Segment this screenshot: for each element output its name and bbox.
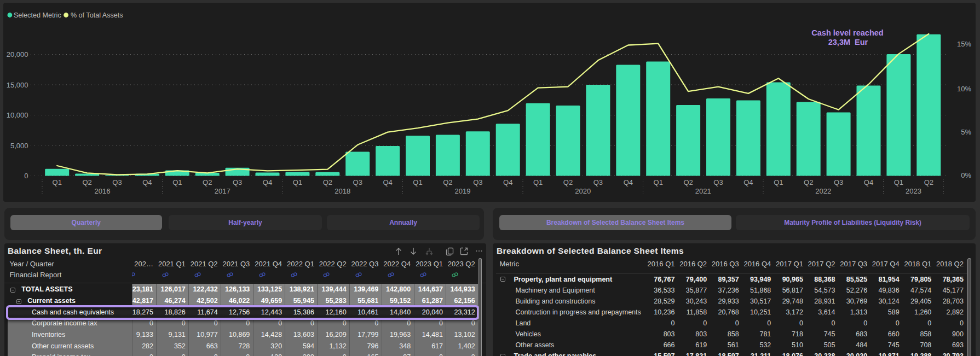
svg-text:20,000: 20,000 <box>7 50 28 59</box>
svg-text:15,000: 15,000 <box>7 81 28 89</box>
svg-text:15%: 15% <box>957 40 971 48</box>
svg-text:Q1: Q1 <box>53 178 62 186</box>
svg-text:Q4: Q4 <box>624 178 633 186</box>
svg-text:0%: 0% <box>961 171 971 179</box>
svg-text:Q1: Q1 <box>533 178 543 186</box>
svg-text:Cash level reached: Cash level reached <box>811 28 883 37</box>
svg-text:Q4: Q4 <box>383 178 392 186</box>
svg-text:Selected Metric: Selected Metric <box>14 11 61 19</box>
svg-text:Q3: Q3 <box>233 178 242 186</box>
svg-text:Q3: Q3 <box>353 178 362 186</box>
svg-text:Q4: Q4 <box>743 178 753 186</box>
svg-text:Q1: Q1 <box>654 178 663 186</box>
svg-text:Q2: Q2 <box>443 178 452 186</box>
svg-text:2018: 2018 <box>335 187 350 195</box>
svg-text:Q2: Q2 <box>924 178 933 186</box>
svg-text:2017: 2017 <box>215 187 230 195</box>
svg-text:Q1: Q1 <box>293 178 302 186</box>
svg-text:Q3: Q3 <box>473 178 482 186</box>
svg-text:Q2: Q2 <box>82 178 91 186</box>
svg-text:Q1: Q1 <box>774 178 783 186</box>
svg-text:23,3M Eur: 23,3M Eur <box>828 38 868 46</box>
svg-text:Q1: Q1 <box>172 178 182 186</box>
svg-text:10,000: 10,000 <box>7 111 28 119</box>
svg-text:Q1: Q1 <box>413 178 422 186</box>
svg-text:Q3: Q3 <box>834 178 843 186</box>
svg-text:2016: 2016 <box>95 187 111 195</box>
svg-text:2021: 2021 <box>695 187 711 195</box>
svg-text:Q4: Q4 <box>864 178 873 186</box>
svg-text:2023: 2023 <box>906 187 921 195</box>
svg-text:Q3: Q3 <box>713 178 723 186</box>
svg-text:5%: 5% <box>961 128 971 136</box>
svg-text:Q4: Q4 <box>142 178 152 186</box>
svg-text:2022: 2022 <box>815 187 831 195</box>
svg-text:Q3: Q3 <box>112 178 122 186</box>
svg-text:Q1: Q1 <box>894 178 903 186</box>
svg-text:Q2: Q2 <box>563 178 573 186</box>
svg-text:Q2: Q2 <box>203 178 212 186</box>
svg-text:Q4: Q4 <box>263 178 272 186</box>
svg-text:Q2: Q2 <box>323 178 332 186</box>
svg-text:Q2: Q2 <box>804 178 813 186</box>
svg-text:Q2: Q2 <box>683 178 693 186</box>
svg-text:10%: 10% <box>957 85 971 93</box>
svg-text:5,000: 5,000 <box>10 142 28 150</box>
svg-text:2020: 2020 <box>575 187 591 195</box>
svg-text:% of Total Assets: % of Total Assets <box>71 11 123 19</box>
svg-text:0: 0 <box>24 172 28 180</box>
svg-text:2019: 2019 <box>455 187 471 195</box>
svg-text:Q4: Q4 <box>503 178 512 186</box>
svg-text:Q3: Q3 <box>593 178 603 186</box>
